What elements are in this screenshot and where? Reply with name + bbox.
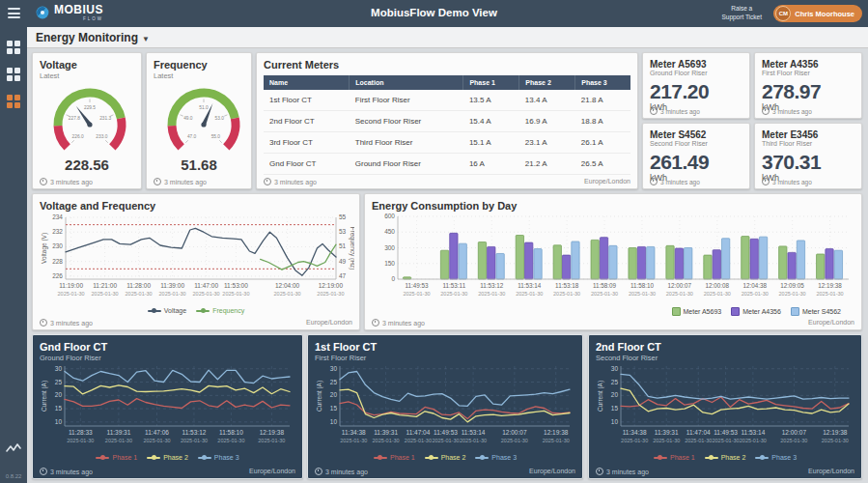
- svg-text:11:53:12: 11:53:12: [182, 429, 207, 436]
- meter-name: Meter S4562: [650, 129, 742, 140]
- chart-title: Energy Consumption by Day: [372, 200, 854, 212]
- svg-text:11:39:31: 11:39:31: [374, 429, 398, 436]
- table-column-header: Location: [350, 75, 463, 90]
- table-column-header: Name: [264, 75, 350, 90]
- legend-label: Phase 3: [771, 454, 797, 461]
- svg-text:20: 20: [55, 391, 63, 398]
- svg-text:11:58:10: 11:58:10: [630, 282, 655, 289]
- legend-marker: [791, 307, 799, 316]
- chart-subtitle: Second Floor Riser: [596, 354, 854, 362]
- svg-text:11:47:06: 11:47:06: [145, 429, 169, 436]
- svg-text:11:39:00: 11:39:00: [160, 282, 184, 289]
- legend-item-phase-1[interactable]: Phase 1: [96, 454, 137, 461]
- svg-text:2025-01-30: 2025-01-30: [105, 438, 132, 443]
- legend-item-meter-a5693[interactable]: Meter A5693: [672, 307, 722, 316]
- second-floor-ct-chart: 101520253011:34:382025-01-3011:39:312025…: [596, 362, 854, 453]
- svg-text:2025-01-30: 2025-01-30: [712, 438, 739, 443]
- svg-text:2025-01-30: 2025-01-30: [621, 438, 648, 443]
- svg-text:2025-01-30: 2025-01-30: [126, 291, 153, 297]
- clock-icon: [762, 107, 770, 115]
- sidebar-item-dashboard-1[interactable]: [7, 41, 20, 54]
- legend-label: Frequency: [212, 307, 244, 314]
- table-cell: 2nd Floor CT: [264, 111, 350, 132]
- svg-text:10: 10: [611, 418, 619, 425]
- svg-text:2025-01-30: 2025-01-30: [501, 438, 528, 443]
- svg-text:12:00:07: 12:00:07: [502, 429, 527, 436]
- legend-item-phase-2[interactable]: Phase 2: [425, 454, 466, 461]
- svg-text:11:47:04: 11:47:04: [686, 429, 711, 436]
- svg-text:228: 228: [52, 258, 63, 265]
- voltage-frequency-chart-card: Voltage and Frequency 226228230232234474…: [32, 193, 360, 330]
- legend-item-meter-a4356[interactable]: Meter A4356: [731, 307, 781, 316]
- sidebar-item-dashboard-2[interactable]: [7, 68, 20, 81]
- updated-label: 3 minutes ago: [325, 469, 368, 475]
- svg-text:30: 30: [55, 365, 63, 372]
- legend-marker: [755, 457, 769, 459]
- svg-text:2025-01-30: 2025-01-30: [58, 291, 85, 297]
- svg-text:47: 47: [339, 272, 347, 279]
- voltage-frequency-chart: 226228230232234474951535511:19:002025-01…: [40, 212, 352, 306]
- svg-text:2025-01-30: 2025-01-30: [478, 291, 505, 297]
- sidebar-item-dashboard-active[interactable]: [7, 95, 20, 108]
- svg-text:11:39:31: 11:39:31: [107, 429, 131, 436]
- meter-value: 370.31: [762, 151, 854, 173]
- chevron-down-icon: ▼: [142, 35, 150, 43]
- svg-text:15: 15: [611, 405, 619, 412]
- svg-text:2025-01-30: 2025-01-30: [742, 291, 769, 297]
- svg-text:2025-01-30: 2025-01-30: [340, 438, 367, 443]
- svg-text:11:53:18: 11:53:18: [555, 282, 579, 289]
- svg-text:232: 232: [52, 228, 63, 235]
- chart-legend: Meter A5693Meter A4356Meter S4562: [372, 307, 854, 316]
- svg-text:10: 10: [55, 418, 63, 425]
- svg-text:2025-01-30: 2025-01-30: [816, 291, 843, 297]
- svg-text:11:47:04: 11:47:04: [406, 429, 431, 436]
- svg-text:11:53:14: 11:53:14: [462, 429, 486, 436]
- svg-text:12:04:38: 12:04:38: [742, 282, 767, 289]
- legend-item-frequency[interactable]: Frequency: [196, 307, 244, 314]
- svg-text:2025-01-30: 2025-01-30: [143, 438, 170, 443]
- legend-item-phase-3[interactable]: Phase 3: [198, 454, 239, 461]
- legend-label: Meter S4562: [802, 308, 841, 315]
- chart-legend: Phase 1Phase 2Phase 3: [40, 454, 295, 461]
- svg-text:47.0: 47.0: [187, 134, 197, 139]
- table-column-header: Phase 2: [519, 75, 575, 90]
- svg-text:30: 30: [330, 365, 338, 372]
- legend-item-phase-1[interactable]: Phase 1: [654, 454, 695, 461]
- user-menu[interactable]: CM Chris Moorhouse: [773, 5, 862, 22]
- svg-text:25: 25: [55, 379, 63, 385]
- legend-marker: [196, 310, 210, 312]
- support-ticket-link[interactable]: Raise a Support Ticket: [721, 5, 762, 21]
- table-cell: 21.2 A: [519, 154, 575, 175]
- clock-icon: [315, 468, 322, 475]
- svg-text:12:19:38: 12:19:38: [544, 429, 569, 436]
- legend-item-voltage[interactable]: Voltage: [148, 307, 186, 314]
- svg-text:11:53:14: 11:53:14: [518, 282, 542, 289]
- updated-label: 3 minutes ago: [772, 108, 812, 115]
- card-title: Current Meters: [264, 59, 630, 71]
- svg-text:Frequency (Hz): Frequency (Hz): [349, 227, 354, 270]
- svg-text:2025-01-30: 2025-01-30: [704, 291, 731, 297]
- legend-label: Phase 1: [670, 454, 695, 461]
- dashboard-selector[interactable]: Energy Monitoring▼: [27, 27, 868, 48]
- legend-item-phase-3[interactable]: Phase 3: [755, 454, 797, 461]
- chart-title: Voltage and Frequency: [40, 200, 352, 212]
- legend-item-meter-s4562[interactable]: Meter S4562: [791, 307, 841, 316]
- frequency-gauge: 47.049.051.053.055.0: [154, 80, 244, 159]
- legend-item-phase-2[interactable]: Phase 2: [147, 454, 188, 461]
- svg-text:2025-01-30: 2025-01-30: [685, 438, 712, 443]
- svg-text:2025-01-30: 2025-01-30: [258, 438, 285, 443]
- timezone-label: Europe/London: [808, 468, 854, 475]
- legend-item-phase-1[interactable]: Phase 1: [374, 454, 415, 461]
- svg-text:2025-01-30: 2025-01-30: [779, 291, 806, 297]
- meter-name: Meter E3456: [762, 129, 854, 140]
- svg-text:2025-01-30: 2025-01-30: [403, 291, 430, 297]
- svg-text:11:34:38: 11:34:38: [342, 429, 366, 436]
- legend-item-phase-3[interactable]: Phase 3: [475, 454, 517, 461]
- svg-text:233.0: 233.0: [96, 134, 107, 139]
- svg-text:Current (A): Current (A): [597, 381, 604, 412]
- table-cell: Gnd Floor CT: [264, 154, 350, 175]
- activity-icon[interactable]: [6, 440, 21, 458]
- legend-item-phase-2[interactable]: Phase 2: [705, 454, 746, 461]
- chart-title: 2nd Floor CT: [596, 341, 854, 353]
- table-cell: 13.4 A: [519, 90, 575, 111]
